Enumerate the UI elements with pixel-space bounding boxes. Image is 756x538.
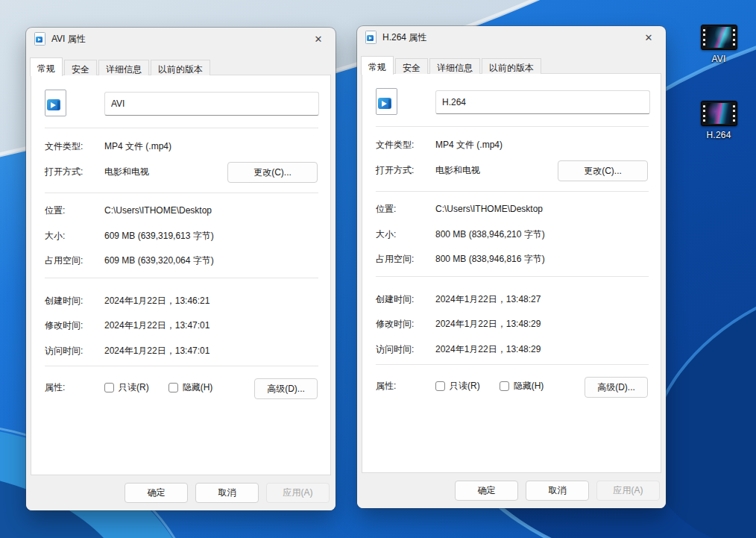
accessed-row: 访问时间: 2024年1月22日，13:47:01 [45, 345, 318, 357]
desktop-icon-h264[interactable]: H.264 [690, 101, 747, 140]
video-file-icon [34, 32, 45, 46]
readonly-checkbox-label: 只读(R) [119, 381, 149, 393]
modified-label: 修改时间: [45, 319, 104, 331]
opens-with-label: 打开方式: [45, 166, 104, 178]
general-tab-panel: 文件类型: MP4 文件 (.mp4) 打开方式: 电影和电视 更改(C)...… [362, 73, 661, 473]
dialog-titlebar[interactable]: H.264 属性 ✕ [357, 26, 666, 49]
created-row: 创建时间: 2024年1月22日，13:48:27 [376, 293, 649, 305]
ok-button[interactable]: 确定 [455, 481, 518, 501]
location-label: 位置: [376, 203, 435, 215]
size-label: 大小: [376, 228, 435, 240]
attributes-label: 属性: [376, 380, 435, 392]
tab-previous-versions[interactable]: 以前的版本 [151, 60, 210, 75]
modified-value: 2024年1月22日，13:48:29 [435, 318, 541, 330]
modified-row: 修改时间: 2024年1月22日，13:47:01 [45, 319, 318, 331]
size-on-disk-value: 609 MB (639,320,064 字节) [104, 254, 214, 266]
dialog-titlebar[interactable]: AVI 属性 ✕ [26, 28, 336, 50]
size-row: 大小: 609 MB (639,319,613 字节) [45, 230, 318, 242]
play-icon [47, 99, 60, 110]
hidden-checkbox-label: 隐藏(H) [183, 381, 213, 393]
dialog-footer: 确定 取消 应用(A) [357, 473, 666, 508]
readonly-checkbox[interactable]: 只读(R) [104, 381, 149, 393]
location-row: 位置: C:\Users\ITHOME\Desktop [376, 203, 649, 215]
checkbox-box [435, 381, 445, 391]
mp4-file-icon [376, 88, 397, 115]
filmstrip-holes [702, 101, 707, 125]
readonly-checkbox-label: 只读(R) [450, 380, 480, 392]
modified-row: 修改时间: 2024年1月22日，13:48:29 [376, 318, 649, 330]
dialog-title: AVI 属性 [51, 33, 86, 46]
file-name-input[interactable] [104, 92, 319, 116]
opens-with-value: 电影和电视 [104, 166, 149, 178]
separator [45, 193, 318, 193]
checkbox-box [104, 383, 114, 392]
hidden-checkbox[interactable]: 隐藏(H) [500, 380, 544, 392]
size-value: 800 MB (838,946,210 字节) [435, 228, 545, 240]
video-frame [707, 103, 731, 124]
location-row: 位置: C:\Users\ITHOME\Desktop [45, 204, 318, 216]
tab-previous-versions[interactable]: 以前的版本 [482, 58, 541, 74]
cancel-button[interactable]: 取消 [526, 481, 589, 501]
desktop-icon-label: H.264 [706, 130, 731, 140]
cancel-button[interactable]: 取消 [195, 483, 259, 503]
opens-with-label: 打开方式: [376, 164, 435, 176]
file-type-value: MP4 文件 (.mp4) [104, 140, 171, 152]
filmstrip-holes [731, 101, 737, 125]
advanced-button[interactable]: 高级(D)... [254, 378, 318, 399]
created-row: 创建时间: 2024年1月22日，13:46:21 [45, 295, 318, 307]
change-button[interactable]: 更改(C)... [227, 162, 318, 183]
desktop-icon-label: AVI [711, 54, 725, 64]
file-type-row: 文件类型: MP4 文件 (.mp4) [376, 139, 649, 151]
accessed-value: 2024年1月22日，13:47:01 [104, 345, 210, 357]
created-label: 创建时间: [45, 295, 104, 307]
size-label: 大小: [45, 230, 104, 242]
accessed-value: 2024年1月22日，13:48:29 [435, 343, 541, 355]
video-file-icon [365, 31, 377, 44]
apply-button: 应用(A) [266, 483, 330, 503]
separator [45, 366, 318, 366]
created-label: 创建时间: [376, 293, 435, 305]
mp4-file-icon [45, 90, 66, 116]
readonly-checkbox[interactable]: 只读(R) [435, 380, 480, 392]
file-name-input[interactable] [435, 90, 650, 114]
tab-security[interactable]: 安全 [395, 58, 428, 74]
close-icon[interactable]: ✕ [301, 28, 336, 50]
size-row: 大小: 800 MB (838,946,210 字节) [376, 228, 649, 240]
tab-general[interactable]: 常规 [361, 56, 394, 75]
filmstrip-holes [731, 25, 737, 49]
location-label: 位置: [45, 204, 104, 216]
modified-value: 2024年1月22日，13:47:01 [104, 319, 210, 331]
size-on-disk-row: 占用空间: 609 MB (639,320,064 字节) [45, 254, 318, 266]
created-value: 2024年1月22日，13:48:27 [435, 293, 541, 305]
file-type-row: 文件类型: MP4 文件 (.mp4) [45, 140, 318, 152]
file-type-label: 文件类型: [376, 139, 435, 151]
hidden-checkbox-label: 隐藏(H) [514, 380, 544, 392]
change-button[interactable]: 更改(C)... [558, 160, 648, 181]
separator [376, 191, 649, 192]
location-value: C:\Users\ITHOME\Desktop [435, 203, 543, 215]
general-tab-panel: 文件类型: MP4 文件 (.mp4) 打开方式: 电影和电视 更改(C)...… [31, 75, 331, 475]
play-icon [378, 98, 391, 109]
size-on-disk-label: 占用空间: [45, 254, 104, 266]
close-icon[interactable]: ✕ [631, 26, 666, 49]
tab-security[interactable]: 安全 [64, 60, 97, 75]
size-on-disk-label: 占用空间: [376, 253, 435, 265]
tab-general[interactable]: 常规 [30, 57, 63, 76]
video-thumbnail-icon [701, 101, 737, 126]
location-value: C:\Users\ITHOME\Desktop [104, 204, 212, 216]
hidden-checkbox[interactable]: 隐藏(H) [168, 381, 213, 393]
tab-bar: 常规 安全 详细信息 以前的版本 [361, 55, 543, 74]
checkbox-box [168, 383, 178, 392]
accessed-label: 访问时间: [45, 345, 104, 357]
desktop-icon-avi[interactable]: AVI [690, 25, 747, 64]
dialog-footer: 确定 取消 应用(A) [26, 475, 336, 510]
separator [45, 128, 318, 128]
properties-dialog: AVI 属性 ✕ 常规 安全 详细信息 以前的版本 文件类型: MP4 文件 (… [26, 28, 336, 510]
tab-bar: 常规 安全 详细信息 以前的版本 [30, 57, 212, 75]
advanced-button[interactable]: 高级(D)... [585, 377, 648, 398]
dialog-title: H.264 属性 [382, 31, 426, 44]
tab-details[interactable]: 详细信息 [429, 58, 480, 74]
tab-details[interactable]: 详细信息 [98, 60, 149, 75]
ok-button[interactable]: 确定 [125, 483, 188, 503]
separator [376, 126, 649, 127]
